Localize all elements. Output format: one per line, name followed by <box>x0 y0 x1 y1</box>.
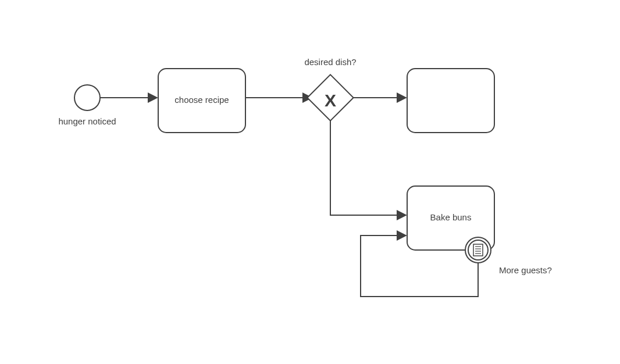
svg-rect-7 <box>473 244 483 256</box>
svg-point-0 <box>74 85 100 110</box>
flow-gateway-to-task3 <box>330 121 406 215</box>
boundary-event-label: More guests? <box>499 265 552 275</box>
svg-rect-3 <box>407 69 494 133</box>
task-bake-buns-label: Bake buns <box>430 212 472 222</box>
bpmn-diagram: hunger noticed choose recipe X desired d… <box>0 0 620 364</box>
conditional-icon <box>473 244 483 256</box>
start-event[interactable] <box>74 85 100 110</box>
start-event-label: hunger noticed <box>58 116 116 126</box>
task-choose-recipe[interactable]: choose recipe <box>158 69 245 133</box>
gateway-label: desired dish? <box>304 57 356 67</box>
gateway-marker: X <box>325 91 336 110</box>
exclusive-gateway[interactable]: X <box>307 74 353 120</box>
task-choose-recipe-label: choose recipe <box>174 95 229 105</box>
task-empty[interactable] <box>407 69 494 133</box>
boundary-event-conditional[interactable] <box>465 237 491 263</box>
